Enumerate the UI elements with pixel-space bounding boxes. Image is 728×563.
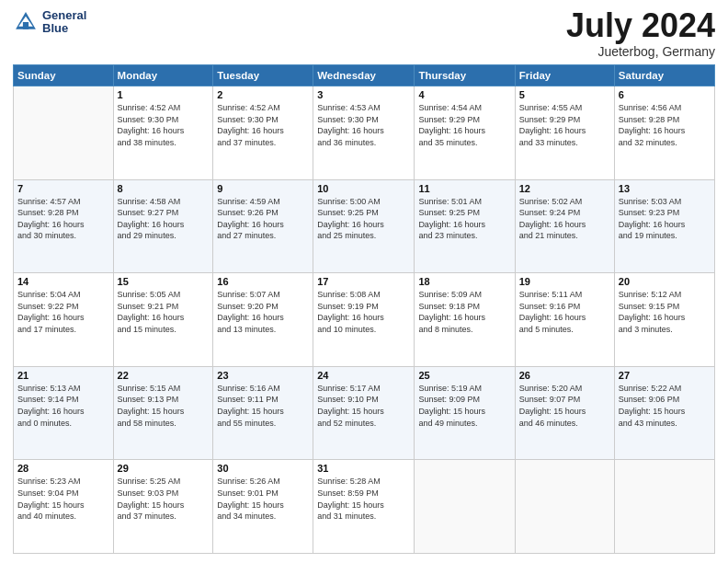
calendar-day-cell: 30Sunrise: 5:26 AM Sunset: 9:01 PM Dayli… [213, 460, 313, 554]
day-number: 24 [317, 370, 410, 381]
calendar-week-row: 14Sunrise: 5:04 AM Sunset: 9:22 PM Dayli… [14, 273, 715, 367]
day-of-week-header: Wednesday [313, 65, 415, 86]
calendar-day-cell: 2Sunrise: 4:52 AM Sunset: 9:30 PM Daylig… [213, 86, 313, 180]
day-info: Sunrise: 5:20 AM Sunset: 9:07 PM Dayligh… [519, 383, 610, 429]
day-of-week-header: Thursday [415, 65, 515, 86]
calendar-day-cell: 4Sunrise: 4:54 AM Sunset: 9:29 PM Daylig… [415, 86, 515, 180]
day-of-week-header: Friday [515, 65, 614, 86]
day-number: 20 [619, 276, 711, 287]
day-number: 1 [118, 89, 210, 100]
calendar-day-cell: 22Sunrise: 5:15 AM Sunset: 9:13 PM Dayli… [113, 366, 213, 460]
calendar-day-cell [415, 460, 515, 554]
calendar-header-row: SundayMondayTuesdayWednesdayThursdayFrid… [14, 65, 715, 86]
location: Jueterbog, Germany [566, 44, 715, 59]
day-info: Sunrise: 5:19 AM Sunset: 9:09 PM Dayligh… [418, 383, 510, 429]
day-number: 19 [519, 276, 610, 287]
title-block: July 2024 Jueterbog, Germany [566, 9, 715, 59]
day-number: 10 [317, 183, 410, 194]
calendar-week-row: 7Sunrise: 4:57 AM Sunset: 9:28 PM Daylig… [14, 179, 715, 273]
day-number: 12 [519, 183, 610, 194]
day-info: Sunrise: 4:52 AM Sunset: 9:30 PM Dayligh… [217, 102, 309, 148]
calendar-week-row: 28Sunrise: 5:23 AM Sunset: 9:04 PM Dayli… [14, 460, 715, 554]
day-info: Sunrise: 5:02 AM Sunset: 9:24 PM Dayligh… [519, 196, 610, 242]
calendar-week-row: 1Sunrise: 4:52 AM Sunset: 9:30 PM Daylig… [14, 86, 715, 180]
calendar-day-cell: 5Sunrise: 4:55 AM Sunset: 9:29 PM Daylig… [515, 86, 614, 180]
day-of-week-header: Monday [113, 65, 213, 86]
day-number: 23 [217, 370, 309, 381]
calendar-day-cell: 18Sunrise: 5:09 AM Sunset: 9:18 PM Dayli… [415, 273, 515, 367]
day-number: 7 [17, 183, 109, 194]
calendar-day-cell: 12Sunrise: 5:02 AM Sunset: 9:24 PM Dayli… [515, 179, 614, 273]
day-info: Sunrise: 5:26 AM Sunset: 9:01 PM Dayligh… [217, 476, 309, 522]
day-info: Sunrise: 5:28 AM Sunset: 8:59 PM Dayligh… [317, 476, 410, 522]
day-number: 5 [519, 89, 610, 100]
day-info: Sunrise: 5:05 AM Sunset: 9:21 PM Dayligh… [118, 289, 210, 335]
day-number: 6 [619, 89, 711, 100]
day-info: Sunrise: 5:09 AM Sunset: 9:18 PM Dayligh… [418, 289, 510, 335]
day-number: 21 [17, 370, 109, 381]
day-number: 29 [118, 463, 210, 474]
day-number: 22 [118, 370, 210, 381]
calendar-day-cell: 15Sunrise: 5:05 AM Sunset: 9:21 PM Dayli… [113, 273, 213, 367]
day-info: Sunrise: 5:15 AM Sunset: 9:13 PM Dayligh… [118, 383, 210, 429]
logo-text-line2: Blue [42, 22, 86, 35]
day-info: Sunrise: 4:57 AM Sunset: 9:28 PM Dayligh… [17, 196, 109, 242]
calendar-day-cell: 28Sunrise: 5:23 AM Sunset: 9:04 PM Dayli… [14, 460, 114, 554]
day-number: 15 [118, 276, 210, 287]
day-of-week-header: Sunday [14, 65, 114, 86]
day-number: 16 [217, 276, 309, 287]
calendar-day-cell: 11Sunrise: 5:01 AM Sunset: 9:25 PM Dayli… [415, 179, 515, 273]
day-info: Sunrise: 5:17 AM Sunset: 9:10 PM Dayligh… [317, 383, 410, 429]
day-of-week-header: Tuesday [213, 65, 313, 86]
day-info: Sunrise: 5:16 AM Sunset: 9:11 PM Dayligh… [217, 383, 309, 429]
day-info: Sunrise: 4:53 AM Sunset: 9:30 PM Dayligh… [317, 102, 410, 148]
calendar-day-cell: 7Sunrise: 4:57 AM Sunset: 9:28 PM Daylig… [14, 179, 114, 273]
calendar-day-cell: 25Sunrise: 5:19 AM Sunset: 9:09 PM Dayli… [415, 366, 515, 460]
day-info: Sunrise: 4:58 AM Sunset: 9:27 PM Dayligh… [118, 196, 210, 242]
calendar-day-cell: 10Sunrise: 5:00 AM Sunset: 9:25 PM Dayli… [313, 179, 415, 273]
calendar-day-cell: 13Sunrise: 5:03 AM Sunset: 9:23 PM Dayli… [614, 179, 714, 273]
day-info: Sunrise: 5:01 AM Sunset: 9:25 PM Dayligh… [418, 196, 510, 242]
day-number: 3 [317, 89, 410, 100]
calendar-day-cell: 6Sunrise: 4:56 AM Sunset: 9:28 PM Daylig… [614, 86, 714, 180]
day-number: 17 [317, 276, 410, 287]
calendar-day-cell: 27Sunrise: 5:22 AM Sunset: 9:06 PM Dayli… [614, 366, 714, 460]
day-info: Sunrise: 5:07 AM Sunset: 9:20 PM Dayligh… [217, 289, 309, 335]
calendar-table: SundayMondayTuesdayWednesdayThursdayFrid… [13, 64, 715, 554]
calendar-week-row: 21Sunrise: 5:13 AM Sunset: 9:14 PM Dayli… [14, 366, 715, 460]
calendar-day-cell: 9Sunrise: 4:59 AM Sunset: 9:26 PM Daylig… [213, 179, 313, 273]
calendar-day-cell: 26Sunrise: 5:20 AM Sunset: 9:07 PM Dayli… [515, 366, 614, 460]
day-number: 28 [17, 463, 109, 474]
day-info: Sunrise: 5:22 AM Sunset: 9:06 PM Dayligh… [619, 383, 711, 429]
calendar-day-cell: 14Sunrise: 5:04 AM Sunset: 9:22 PM Dayli… [14, 273, 114, 367]
calendar-day-cell: 21Sunrise: 5:13 AM Sunset: 9:14 PM Dayli… [14, 366, 114, 460]
calendar-day-cell: 1Sunrise: 4:52 AM Sunset: 9:30 PM Daylig… [113, 86, 213, 180]
calendar-day-cell: 19Sunrise: 5:11 AM Sunset: 9:16 PM Dayli… [515, 273, 614, 367]
day-number: 9 [217, 183, 309, 194]
calendar-day-cell: 16Sunrise: 5:07 AM Sunset: 9:20 PM Dayli… [213, 273, 313, 367]
day-info: Sunrise: 5:12 AM Sunset: 9:15 PM Dayligh… [619, 289, 711, 335]
day-info: Sunrise: 5:04 AM Sunset: 9:22 PM Dayligh… [17, 289, 109, 335]
svg-rect-3 [23, 22, 28, 29]
day-info: Sunrise: 5:00 AM Sunset: 9:25 PM Dayligh… [317, 196, 410, 242]
calendar-day-cell: 24Sunrise: 5:17 AM Sunset: 9:10 PM Dayli… [313, 366, 415, 460]
day-number: 2 [217, 89, 309, 100]
day-of-week-header: Saturday [614, 65, 714, 86]
day-number: 8 [118, 183, 210, 194]
page-header: General Blue July 2024 Jueterbog, German… [13, 9, 715, 59]
calendar-day-cell: 8Sunrise: 4:58 AM Sunset: 9:27 PM Daylig… [113, 179, 213, 273]
calendar-day-cell [515, 460, 614, 554]
day-info: Sunrise: 5:08 AM Sunset: 9:19 PM Dayligh… [317, 289, 410, 335]
calendar-day-cell: 3Sunrise: 4:53 AM Sunset: 9:30 PM Daylig… [313, 86, 415, 180]
day-number: 11 [418, 183, 510, 194]
calendar-day-cell: 20Sunrise: 5:12 AM Sunset: 9:15 PM Dayli… [614, 273, 714, 367]
day-number: 30 [217, 463, 309, 474]
day-info: Sunrise: 5:11 AM Sunset: 9:16 PM Dayligh… [519, 289, 610, 335]
day-info: Sunrise: 4:56 AM Sunset: 9:28 PM Dayligh… [619, 102, 711, 148]
day-info: Sunrise: 5:23 AM Sunset: 9:04 PM Dayligh… [17, 476, 109, 522]
day-number: 31 [317, 463, 410, 474]
calendar-day-cell: 31Sunrise: 5:28 AM Sunset: 8:59 PM Dayli… [313, 460, 415, 554]
logo-text-line1: General [42, 9, 86, 22]
calendar-day-cell [614, 460, 714, 554]
calendar-day-cell: 29Sunrise: 5:25 AM Sunset: 9:03 PM Dayli… [113, 460, 213, 554]
